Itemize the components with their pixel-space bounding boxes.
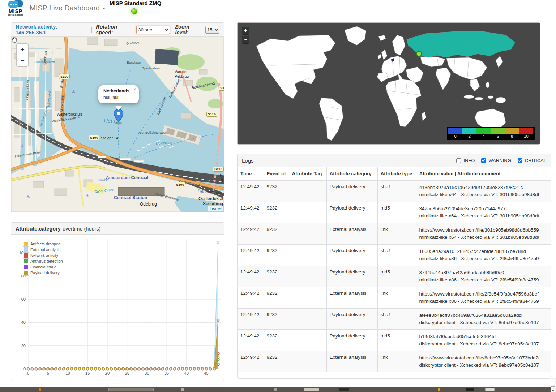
logs-table: TimeEvent.idAttribute.TagAttribute.categ…: [238, 167, 551, 372]
dashboard-title-dropdown[interactable]: MISP Live Dashboard: [30, 4, 106, 12]
svg-text:0: 0: [27, 371, 29, 375]
zmq-title: MISP Standard ZMQ: [110, 0, 161, 6]
road-ref-badge: S100: [59, 74, 70, 79]
column-header: Event.id: [264, 167, 289, 180]
log-cell: 12:49:42: [238, 287, 264, 309]
column-header: Attribute.category: [326, 167, 377, 180]
legend-item: Artifacts dropped: [23, 241, 63, 247]
filter-checkbox-info[interactable]: [456, 158, 461, 163]
popup-close-icon[interactable]: ×: [133, 86, 136, 92]
log-row: 12:49:429232External analysislinkhttps:/…: [238, 351, 551, 372]
filter-checkbox-critical[interactable]: [518, 158, 522, 163]
svg-text:40: 40: [21, 320, 26, 324]
svg-text:10: 10: [65, 371, 70, 375]
taskbar-window: [304, 388, 319, 391]
chart-title-rest: overtime (hours): [63, 226, 101, 232]
attribute-value: b14d8faf7f0cbcfad051cefe5f39645f: [419, 333, 539, 340]
page-scrollbar[interactable]: [551, 378, 556, 392]
popup-country: Netherlands: [103, 89, 134, 94]
misp-logo[interactable]: MISP Threat Sharing: [5, 0, 26, 16]
log-cell: Payload delivery: [326, 330, 377, 351]
log-cell: md5: [377, 266, 416, 287]
filter-critical[interactable]: CRITICAL: [516, 157, 546, 164]
log-cell: Payload delivery: [326, 309, 377, 330]
world-zoom-out-button[interactable]: −: [242, 36, 249, 44]
filter-warning[interactable]: WARNING: [480, 157, 511, 164]
log-value-cell: b14d8faf7f0cbcfad051cefe5f39645fdiskcryp…: [416, 330, 542, 351]
taskbar-icon: [181, 388, 184, 391]
map-zoom-out-button[interactable]: −: [17, 55, 28, 65]
log-extra-cell: [542, 351, 551, 372]
scrollbar-down-arrow[interactable]: [551, 386, 555, 391]
taskbar-strip: [0, 387, 556, 392]
legend-swatch: [23, 247, 29, 253]
filter-checkbox-warning[interactable]: [481, 158, 486, 163]
log-value-cell: https://www.virustotal.com/file/301b905e…: [416, 223, 542, 245]
svg-text:60: 60: [21, 297, 26, 301]
map-marker-icon[interactable]: [112, 108, 125, 125]
legend-label: Financial fraud: [30, 265, 56, 269]
svg-text:35: 35: [164, 371, 169, 375]
log-cell: [289, 351, 326, 372]
log-extra-cell: [542, 223, 551, 245]
network-activity-link[interactable]: Network activity: 146.255.36.1: [16, 24, 87, 35]
log-extra-cell: [542, 180, 551, 202]
log-cell: [289, 266, 326, 287]
zoom-level-select[interactable]: 15: [205, 26, 219, 34]
navbar-divider: [107, 0, 107, 17]
road-ref-badge: S11: [219, 86, 224, 91]
log-cell: 12:49:42: [238, 180, 264, 202]
log-cell: 9232: [264, 180, 289, 202]
map-zoom-in-button[interactable]: +: [17, 44, 28, 55]
leaflet-attribution-link[interactable]: Leaflet: [208, 206, 223, 211]
rotation-speed-select[interactable]: 30 sec: [136, 26, 170, 34]
log-cell: 9232: [264, 287, 289, 309]
legend-label: Payload delivery: [30, 271, 60, 275]
dashboard-title: MISP Live Dashboard: [30, 4, 100, 12]
leaflet-map[interactable]: ⚓⚓ ⚓⚓⚓ + − GraswegBundlaanSpadinalaanVan…: [11, 37, 224, 212]
header-divider: |: [91, 27, 92, 33]
svg-text:5: 5: [47, 371, 49, 375]
attribute-comment: diskcryptor client - Xchecked via VT: 8e…: [419, 340, 539, 348]
log-value-cell: 37945c44a897aa42a66adcab68f560e0mimikatz…: [416, 266, 542, 287]
network-activity-panel: Network activity: 146.255.36.1 | Rotatio…: [11, 22, 224, 212]
log-cell: 12:49:42: [238, 351, 264, 372]
svg-text:25: 25: [125, 371, 129, 375]
map-popup: × Netherlands null, null: [98, 85, 139, 103]
log-cell: sha1: [377, 180, 416, 202]
svg-text:15: 15: [85, 371, 90, 375]
log-cell: 9232: [264, 351, 289, 372]
svg-text:45: 45: [204, 371, 208, 375]
scale-swatch: [476, 128, 491, 134]
attribute-comment: mimikatz-like x64 - Xchecked via VT: 301…: [419, 234, 539, 241]
log-cell: 9232: [264, 309, 289, 330]
scrollbar-thumb[interactable]: [551, 379, 555, 385]
legend-label: Antivirus detection: [30, 259, 63, 263]
world-zoom-in-button[interactable]: +: [242, 27, 249, 35]
legend-item: External analysis: [23, 247, 63, 253]
log-cell: 12:49:42: [238, 245, 264, 266]
map-zoom-control: + −: [16, 43, 29, 67]
attribute-comment: diskcryptor client - Xchecked via VT: 8e…: [419, 319, 539, 326]
legend-swatch: [23, 270, 29, 276]
log-cell: 12:49:42: [238, 202, 264, 223]
log-cell: Payload delivery: [326, 180, 377, 202]
hand-cursor-icon: [11, 37, 17, 43]
chevron-down-icon: [102, 8, 106, 9]
attribute-comment: diskcryptor client - Xchecked via VT: 8e…: [419, 362, 539, 369]
world-map-panel[interactable]: + − 0246810: [237, 22, 540, 145]
zoom-level-label: Zoom level:: [175, 24, 203, 35]
chart-legend: Artifacts droppedExternal analysisNetwor…: [23, 241, 63, 276]
legend-item: Antivirus detection: [23, 258, 63, 264]
log-cell: 9232: [264, 330, 289, 351]
log-cell: sha1: [377, 309, 416, 330]
log-extra-cell: [542, 266, 551, 287]
scale-tick: 10: [519, 134, 533, 139]
column-header: Attribute.Tag: [289, 167, 326, 180]
filter-info[interactable]: INFO: [455, 157, 475, 164]
log-cell: External analysis: [326, 223, 377, 245]
legend-item: Network activity: [23, 253, 63, 258]
log-extra-cell: [542, 309, 551, 330]
top-navbar: MISP Threat Sharing MISP Live Dashboard …: [0, 0, 556, 17]
scale-swatch: [519, 128, 533, 134]
